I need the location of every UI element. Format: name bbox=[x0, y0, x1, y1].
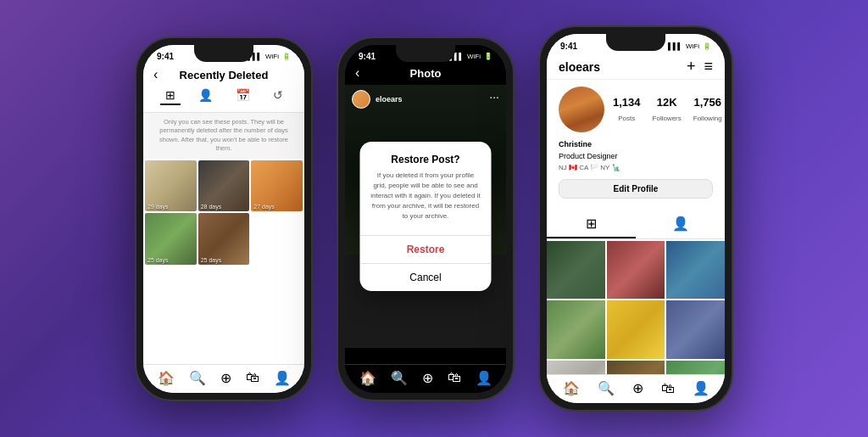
nav-search-3[interactable]: 🔍 bbox=[598, 380, 615, 396]
grid-view-tab[interactable]: ⊞ bbox=[547, 210, 636, 238]
nav-profile-3[interactable]: 👤 bbox=[693, 380, 709, 396]
p2-more-icon[interactable]: ··· bbox=[489, 90, 499, 104]
cancel-button[interactable]: Cancel bbox=[360, 264, 492, 291]
status-time-3: 9:41 bbox=[560, 42, 577, 51]
grid-item-3[interactable]: 27 days bbox=[251, 160, 303, 212]
tab-restore[interactable]: ↺ bbox=[268, 87, 288, 105]
days-label-2: 28 days bbox=[201, 204, 222, 210]
days-label-3: 27 days bbox=[253, 204, 275, 210]
profile-grid-item-1[interactable] bbox=[547, 241, 605, 300]
posts-count: 1,134 bbox=[613, 96, 641, 109]
p1-notice: Only you can see these posts. They will … bbox=[143, 113, 304, 159]
phone-1-screen: 9:41 ▌▌▌ WiFi 🔋 ‹ Recently Deleted ⊞ 👤 📅… bbox=[143, 45, 304, 393]
bio-location: NJ 🇨🇦 CA 🏳️ NY 🗽 bbox=[559, 164, 620, 171]
profile-grid-item-5[interactable] bbox=[607, 300, 665, 359]
p2-photo-container: eloears ··· Restore Post? If you deleted… bbox=[345, 85, 506, 348]
bio-name: Christine bbox=[559, 140, 592, 148]
p2-back-button[interactable]: ‹ bbox=[355, 65, 359, 81]
p3-profile-section: 1,134 Posts 12K Followers 1,756 Followin… bbox=[547, 80, 725, 210]
edit-profile-button[interactable]: Edit Profile bbox=[559, 179, 713, 199]
grid-item-5[interactable]: 25 days bbox=[198, 213, 250, 265]
bio-title: Product Designer bbox=[559, 152, 618, 160]
p3-profile-row: 1,134 Posts 12K Followers 1,756 Followin… bbox=[559, 87, 713, 132]
p1-header-row: ‹ Recently Deleted bbox=[153, 69, 294, 81]
p1-tabs: ⊞ 👤 📅 ↺ bbox=[153, 85, 294, 107]
phone-1: 9:41 ▌▌▌ WiFi 🔋 ‹ Recently Deleted ⊞ 👤 📅… bbox=[135, 36, 313, 401]
restore-button[interactable]: Restore bbox=[360, 236, 492, 263]
p3-avatar bbox=[559, 87, 604, 132]
days-label-4: 25 days bbox=[147, 257, 169, 263]
stat-followers: 12K Followers bbox=[653, 96, 682, 124]
notch-2 bbox=[396, 45, 455, 62]
nav-search-2[interactable]: 🔍 bbox=[391, 370, 408, 386]
p3-bio: Christine Product Designer NJ 🇨🇦 CA 🏳️ N… bbox=[559, 139, 713, 174]
p2-user-row: eloears bbox=[352, 90, 403, 109]
battery-icon-3: 🔋 bbox=[703, 42, 711, 50]
p3-stats: 1,134 Posts 12K Followers 1,756 Followin… bbox=[613, 96, 722, 124]
grid-item-2[interactable]: 28 days bbox=[198, 160, 250, 212]
p3-username: eloears bbox=[559, 60, 600, 74]
menu-icon[interactable]: ≡ bbox=[704, 58, 713, 76]
page-title: Recently Deleted bbox=[180, 69, 269, 81]
p1-header: ‹ Recently Deleted ⊞ 👤 📅 ↺ bbox=[143, 65, 304, 113]
profile-grid-item-2[interactable] bbox=[607, 241, 665, 300]
battery-icon-2: 🔋 bbox=[484, 53, 492, 60]
grid-item-1[interactable]: 29 days bbox=[145, 160, 197, 212]
following-label: Following bbox=[693, 115, 722, 122]
dialog-title: Restore Post? bbox=[370, 154, 481, 165]
notch-3 bbox=[606, 34, 665, 51]
phone-2-screen: 9:41 ▌▌▌ WiFi 🔋 ‹ Photo eloears ··· bbox=[345, 45, 506, 393]
status-icons-1: ▌▌▌ WiFi 🔋 bbox=[248, 53, 291, 60]
tag-view-tab[interactable]: 👤 bbox=[636, 210, 725, 238]
nav-search-1[interactable]: 🔍 bbox=[189, 370, 206, 386]
tab-grid[interactable]: ⊞ bbox=[160, 87, 181, 105]
back-button[interactable]: ‹ bbox=[153, 67, 158, 82]
days-label-1: 29 days bbox=[147, 204, 169, 210]
nav-profile-1[interactable]: 👤 bbox=[274, 370, 291, 386]
p2-username: eloears bbox=[376, 95, 403, 104]
notch-1 bbox=[194, 45, 253, 62]
wifi-icon-2: WiFi bbox=[467, 53, 481, 60]
p3-avatar-img bbox=[559, 87, 604, 132]
days-label-5: 25 days bbox=[201, 257, 222, 263]
stat-following: 1,756 Following bbox=[693, 96, 722, 124]
status-icons-3: ▌▌▌ WiFi 🔋 bbox=[668, 42, 711, 50]
nav-shop-3[interactable]: 🛍 bbox=[661, 381, 675, 396]
p3-header: eloears + ≡ bbox=[547, 54, 725, 80]
profile-grid-item-3[interactable] bbox=[666, 241, 725, 300]
p2-avatar bbox=[352, 90, 370, 109]
following-count: 1,756 bbox=[693, 96, 722, 109]
add-icon[interactable]: + bbox=[687, 58, 696, 76]
p3-view-tabs: ⊞ 👤 bbox=[547, 210, 725, 239]
followers-count: 12K bbox=[653, 96, 682, 109]
bottom-nav-1: 🏠 🔍 ⊕ 🛍 👤 bbox=[143, 364, 304, 393]
nav-shop-2[interactable]: 🛍 bbox=[448, 370, 461, 385]
wifi-icon-3: WiFi bbox=[686, 42, 699, 50]
tab-calendar[interactable]: 📅 bbox=[231, 87, 255, 105]
stat-posts: 1,134 Posts bbox=[613, 96, 641, 124]
status-time-1: 9:41 bbox=[157, 52, 174, 61]
grid-item-4[interactable]: 25 days bbox=[145, 213, 197, 265]
nav-add-2[interactable]: ⊕ bbox=[422, 370, 433, 386]
nav-home-3[interactable]: 🏠 bbox=[563, 380, 580, 396]
p1-grid: 29 days 28 days 27 days 25 days 25 days bbox=[143, 159, 304, 266]
nav-shop-1[interactable]: 🛍 bbox=[246, 370, 259, 385]
nav-add-1[interactable]: ⊕ bbox=[220, 370, 231, 386]
dialog-content: Restore Post? If you deleted it from you… bbox=[360, 142, 492, 228]
phone-2: 9:41 ▌▌▌ WiFi 🔋 ‹ Photo eloears ··· bbox=[337, 36, 515, 401]
wifi-icon: WiFi bbox=[265, 53, 279, 60]
nav-profile-2[interactable]: 👤 bbox=[476, 370, 492, 386]
nav-add-3[interactable]: ⊕ bbox=[632, 380, 643, 396]
nav-home-2[interactable]: 🏠 bbox=[359, 370, 376, 386]
bottom-nav-3: 🏠 🔍 ⊕ 🛍 👤 bbox=[547, 374, 725, 403]
p2-header: ‹ Photo bbox=[345, 65, 506, 85]
tab-person[interactable]: 👤 bbox=[193, 87, 218, 105]
profile-grid-item-6[interactable] bbox=[666, 300, 725, 359]
nav-home-1[interactable]: 🏠 bbox=[158, 370, 175, 386]
dialog-body: If you deleted it from your profile grid… bbox=[370, 171, 481, 221]
p2-page-title: Photo bbox=[410, 67, 442, 80]
battery-icon: 🔋 bbox=[282, 53, 291, 60]
followers-label: Followers bbox=[653, 115, 682, 122]
posts-label: Posts bbox=[618, 115, 635, 122]
profile-grid-item-4[interactable] bbox=[547, 300, 605, 359]
